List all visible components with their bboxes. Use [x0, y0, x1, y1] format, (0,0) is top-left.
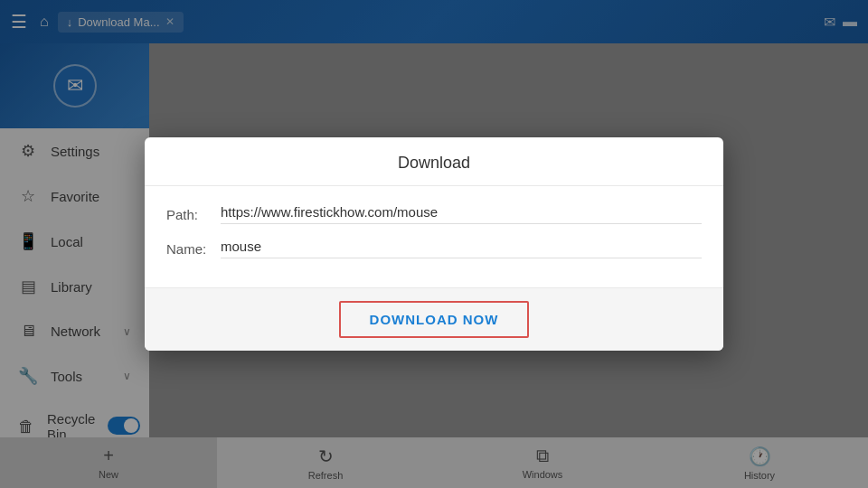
name-field: Name: mouse	[166, 239, 702, 258]
path-label: Path:	[166, 207, 221, 222]
path-field: Path: https://www.firestickhow.com/mouse	[166, 204, 702, 224]
modal-overlay: Download Path: https://www.firestickhow.…	[0, 0, 868, 488]
modal-title: Download	[145, 137, 723, 186]
name-value: mouse	[221, 239, 702, 258]
download-now-button[interactable]: DOWNLOAD NOW	[339, 301, 530, 338]
modal-body: Path: https://www.firestickhow.com/mouse…	[145, 186, 723, 287]
name-label: Name:	[166, 241, 221, 257]
modal-footer: DOWNLOAD NOW	[145, 287, 723, 351]
path-value: https://www.firestickhow.com/mouse	[221, 204, 702, 224]
download-modal: Download Path: https://www.firestickhow.…	[145, 137, 723, 351]
